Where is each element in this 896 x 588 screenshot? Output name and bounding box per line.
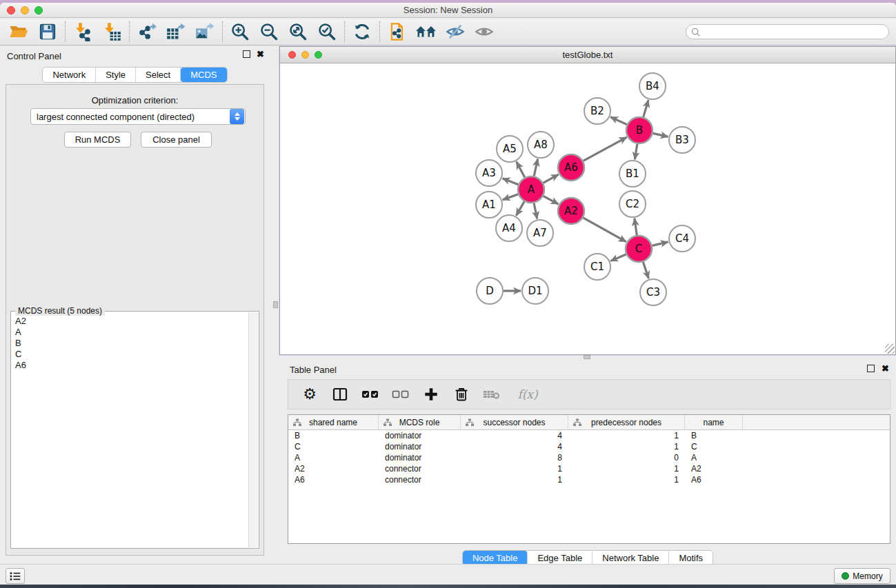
network-graph-canvas[interactable]: B4B2BB3A5A8A6B1A3AA1C2A2A4A7C4CC1C3DD1: [280, 64, 895, 354]
graph-node-B3[interactable]: B3: [669, 127, 695, 153]
table-row[interactable]: Bdominator41B: [288, 430, 890, 441]
graph-edge-B-B2[interactable]: [610, 117, 627, 125]
function-builder-button[interactable]: f(x): [512, 384, 544, 405]
column-header-predecessor-nodes[interactable]: predecessor nodes: [568, 415, 685, 429]
result-item[interactable]: A2: [12, 316, 248, 327]
graph-node-C1[interactable]: C1: [584, 254, 610, 280]
zoom-selected-button[interactable]: [312, 20, 341, 43]
graph-edge-A2-C[interactable]: [583, 218, 626, 242]
graph-node-B2[interactable]: B2: [584, 98, 610, 124]
result-item[interactable]: C: [12, 349, 248, 360]
graph-node-C[interactable]: C: [626, 236, 652, 262]
panel-selector-button[interactable]: [6, 568, 25, 584]
search-input[interactable]: [704, 27, 888, 37]
result-item[interactable]: B: [12, 338, 248, 349]
memory-button[interactable]: Memory: [834, 568, 890, 584]
tab-select[interactable]: Select: [136, 68, 181, 82]
graph-node-A5[interactable]: A5: [497, 136, 523, 162]
close-panel-button[interactable]: Close panel: [141, 132, 212, 148]
column-header-shared-name[interactable]: shared name: [288, 415, 379, 429]
refresh-button[interactable]: [348, 20, 377, 43]
graph-node-D[interactable]: D: [477, 278, 503, 304]
graph-edge-A-A4[interactable]: [516, 201, 524, 215]
result-item[interactable]: A: [12, 327, 248, 338]
zoom-fit-button[interactable]: [283, 20, 312, 43]
tab-network[interactable]: Network: [43, 68, 96, 82]
zoom-in-button[interactable]: [226, 20, 255, 43]
table-row[interactable]: Adominator80A: [288, 452, 890, 463]
save-session-button[interactable]: [33, 20, 62, 43]
graph-edge-B-B1[interactable]: [635, 144, 637, 160]
result-item[interactable]: A6: [12, 360, 248, 371]
close-panel-icon[interactable]: ✖: [257, 50, 264, 58]
graph-edge-C-C2[interactable]: [635, 219, 637, 235]
graph-node-B[interactable]: B: [626, 117, 653, 143]
first-neighbors-button[interactable]: [412, 20, 441, 43]
graph-node-A2[interactable]: A2: [558, 198, 584, 224]
graph-edge-B-B3[interactable]: [653, 133, 668, 136]
table-row[interactable]: A6connector11A6: [288, 474, 890, 485]
select-all-button[interactable]: [360, 384, 381, 405]
graph-node-B4[interactable]: B4: [639, 73, 666, 99]
add-column-button[interactable]: [421, 384, 441, 405]
graph-node-C4[interactable]: C4: [669, 225, 695, 252]
result-scrollbar[interactable]: [248, 312, 258, 547]
export-network-button[interactable]: [132, 20, 161, 43]
tab-mcds[interactable]: MCDS: [181, 68, 226, 82]
graph-edge-C-C3[interactable]: [643, 262, 648, 278]
table-row[interactable]: A2connector11A2: [288, 463, 890, 474]
graph-node-C2[interactable]: C2: [619, 191, 646, 217]
table-tab-node-table[interactable]: Node Table: [463, 551, 528, 565]
table-tab-edge-table[interactable]: Edge Table: [528, 551, 593, 565]
table-settings-button[interactable]: ⚙: [299, 384, 320, 405]
float-table-panel-icon[interactable]: [867, 365, 875, 372]
column-header-MCDS-role[interactable]: MCDS role: [379, 415, 461, 429]
export-table-button[interactable]: [161, 20, 190, 43]
deselect-all-button[interactable]: [390, 384, 411, 405]
tab-style[interactable]: Style: [96, 68, 136, 82]
resize-grip-icon[interactable]: [885, 344, 895, 354]
graph-edge-A-A6[interactable]: [544, 174, 559, 183]
graph-node-A3[interactable]: A3: [476, 160, 502, 186]
mcds-result-list[interactable]: A2ABCA6: [12, 316, 248, 547]
show-selected-button[interactable]: [470, 20, 499, 43]
search-field[interactable]: [686, 24, 889, 39]
open-session-button[interactable]: [4, 20, 33, 43]
clone-network-button[interactable]: [383, 20, 412, 43]
graph-node-A4[interactable]: A4: [496, 215, 522, 241]
graph-node-A6[interactable]: A6: [558, 154, 584, 181]
graph-edge-A6-B[interactable]: [584, 137, 627, 161]
graph-node-D1[interactable]: D1: [522, 278, 548, 304]
graph-edge-A-A3[interactable]: [503, 179, 519, 185]
graph-edge-A-A7[interactable]: [534, 203, 537, 219]
column-view-button[interactable]: [330, 384, 350, 405]
hide-selected-button[interactable]: [441, 20, 470, 43]
column-header-successor-nodes[interactable]: successor nodes: [461, 415, 568, 429]
graph-edge-A-A1[interactable]: [503, 194, 518, 200]
optimization-criterion-dropdown[interactable]: largest connected component (directed): [30, 108, 246, 125]
table-tab-motifs[interactable]: Motifs: [669, 551, 713, 565]
graph-edge-A-A8[interactable]: [534, 159, 537, 176]
graph-node-C3[interactable]: C3: [640, 279, 666, 305]
zoom-out-button[interactable]: [255, 20, 283, 43]
graph-edge-C-C1[interactable]: [610, 254, 626, 261]
import-network-button[interactable]: [68, 20, 97, 43]
network-window-titlebar[interactable]: testGlobe.txt: [280, 47, 895, 63]
run-mcds-button[interactable]: Run MCDS: [64, 132, 131, 148]
graph-edge-A-A2[interactable]: [544, 196, 559, 204]
column-header-name[interactable]: name: [685, 415, 743, 429]
graph-node-A8[interactable]: A8: [528, 132, 554, 158]
table-tab-network-table[interactable]: Network Table: [593, 551, 669, 565]
export-image-button[interactable]: [190, 20, 219, 43]
float-panel-icon[interactable]: [243, 50, 250, 58]
close-table-panel-icon[interactable]: ✖: [882, 365, 889, 372]
graph-edge-A-A5[interactable]: [517, 162, 525, 178]
delete-table-button[interactable]: [481, 384, 502, 405]
graph-node-B1[interactable]: B1: [619, 161, 646, 187]
graph-node-A1[interactable]: A1: [476, 192, 502, 218]
graph-node-A7[interactable]: A7: [527, 220, 553, 246]
graph-node-A[interactable]: A: [518, 176, 544, 203]
vertical-splitter-grip[interactable]: [273, 301, 278, 308]
graph-edge-C-C4[interactable]: [652, 242, 668, 246]
graph-edge-B-B4[interactable]: [644, 100, 648, 117]
